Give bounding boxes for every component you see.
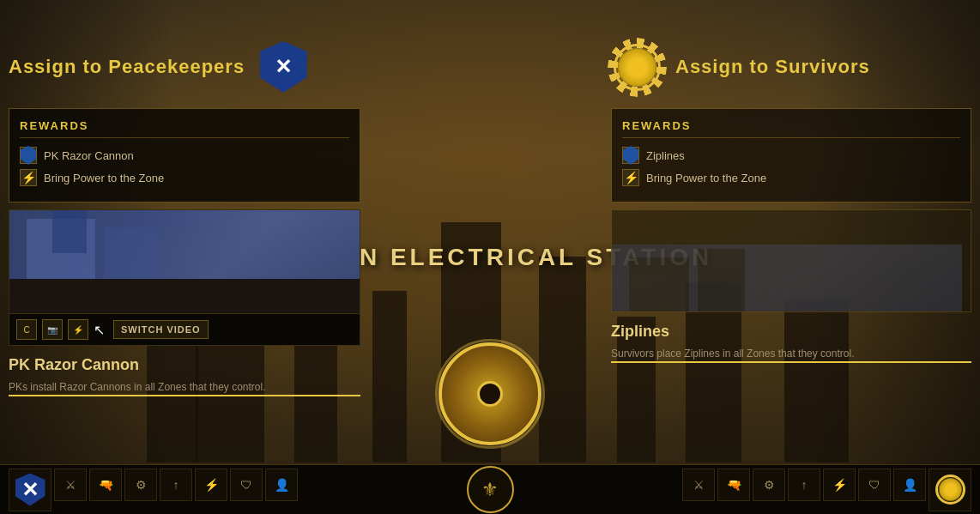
survivors-reward-icon-1 xyxy=(622,147,639,164)
center-emblem-icon: ⚜ xyxy=(481,479,499,501)
right-panel: Assign to Survivors REWARDS Ziplines ⚡ B… xyxy=(611,34,971,361)
survivors-rewards-title: REWARDS xyxy=(622,119,960,138)
device-outer-ring xyxy=(439,342,541,445)
pk-video-frame xyxy=(9,210,360,313)
bottom-icon-r2[interactable]: 🔫 xyxy=(717,469,750,501)
pk-video-controls: C 📷 ⚡ ↖ SWITCH VIDEO xyxy=(9,313,360,345)
bottom-left-icons: ⚔ 🔫 ⚙ ↑ ⚡ 🛡 👤 xyxy=(9,469,298,511)
pk-reward-name-2: Bring Power to the Zone xyxy=(44,172,164,184)
pk-reward-item-2[interactable]: ⚡ Bring Power to the Zone xyxy=(20,169,349,186)
survivors-item-name: Ziplines xyxy=(611,323,971,341)
pk-rewards-box: REWARDS PK Razor Cannon ⚡ Bring Power to… xyxy=(9,108,360,203)
bottom-icon-r7[interactable]: 👤 xyxy=(893,469,926,501)
bottom-survivors-icon[interactable] xyxy=(929,469,971,511)
bottom-survivors-sun-icon xyxy=(935,475,965,505)
cursor-icon: ↖ xyxy=(94,322,105,338)
shield-small-icon-2 xyxy=(623,146,638,165)
bottom-right-icons: ⚔ 🔫 ⚙ ↑ ⚡ 🛡 👤 xyxy=(682,469,971,511)
pk-video-preview: C 📷 ⚡ ↖ SWITCH VIDEO xyxy=(9,209,360,346)
pk-switch-video-button[interactable]: SWITCH VIDEO xyxy=(113,320,209,339)
bottom-icon-r1[interactable]: ⚔ xyxy=(682,469,715,501)
survivors-faction-header: Assign to Survivors xyxy=(611,34,971,100)
pk-reward-item-1[interactable]: PK Razor Cannon xyxy=(20,147,349,164)
bottom-icon-r6[interactable]: 🛡 xyxy=(858,469,891,501)
pk-reward-icon-1 xyxy=(20,147,37,164)
bottom-bar: ⚔ 🔫 ⚙ ↑ ⚡ 🛡 👤 ⚜ ⚔ 🔫 ⚙ ↑ ⚡ 🛡 👤 xyxy=(0,464,980,514)
lightning-icon: ⚡ xyxy=(21,171,36,184)
survivors-faction-icon xyxy=(611,41,662,93)
bottom-icon-7[interactable]: 👤 xyxy=(265,469,298,501)
survivors-rewards-box: REWARDS Ziplines ⚡ Bring Power to the Zo… xyxy=(611,108,971,203)
bottom-icon-r4[interactable]: ↑ xyxy=(788,469,820,501)
pk-reward-icon-2: ⚡ xyxy=(20,169,37,186)
pk-item-desc: PKs install Razor Cannons in all Zones t… xyxy=(9,379,360,395)
pk-rewards-title: REWARDS xyxy=(20,119,349,138)
bottom-icon-r5[interactable]: ⚡ xyxy=(823,469,856,501)
survivors-reward-item-1[interactable]: Ziplines xyxy=(622,147,960,164)
bottom-pk-shield-icon xyxy=(15,474,45,506)
video-btn-c[interactable]: C xyxy=(16,319,37,340)
bottom-icon-6[interactable]: 🛡 xyxy=(230,469,263,501)
survivors-reward-name-1: Ziplines xyxy=(646,149,685,162)
survivors-reward-name-2: Bring Power to the Zone xyxy=(646,172,766,184)
bottom-icon-3[interactable]: ⚙ xyxy=(124,469,157,501)
bottom-icon-r3[interactable]: ⚙ xyxy=(753,469,785,501)
pk-faction-header: Assign to Peacekeepers xyxy=(9,34,360,100)
survivors-video-frame xyxy=(611,245,962,312)
shield-small-icon xyxy=(21,146,36,165)
bottom-icon-1[interactable]: ⚔ xyxy=(54,469,87,501)
survivors-reward-icon-2: ⚡ xyxy=(622,169,639,186)
pk-faction-title[interactable]: Assign to Peacekeepers xyxy=(9,56,245,78)
survivors-highlight-line xyxy=(611,361,971,363)
left-panel: Assign to Peacekeepers REWARDS PK Razor … xyxy=(9,34,360,395)
bottom-icon-4[interactable]: ↑ xyxy=(160,469,192,501)
bottom-icon-2[interactable]: 🔫 xyxy=(89,469,122,501)
video-btn-bolt[interactable]: ⚡ xyxy=(68,319,88,340)
center-emblem[interactable]: ⚜ xyxy=(467,466,514,513)
pk-shield-icon xyxy=(260,41,307,93)
pk-switch-video-label: SWITCH VIDEO xyxy=(121,324,201,335)
survivors-sun-icon xyxy=(614,44,661,91)
lightning-icon-2: ⚡ xyxy=(624,171,638,184)
pk-reward-name-1: PK Razor Cannon xyxy=(44,149,134,162)
pk-faction-icon xyxy=(257,41,309,93)
pk-item-name: PK Razor Cannon xyxy=(9,356,360,374)
video-btn-camera[interactable]: 📷 xyxy=(42,319,63,340)
video-street xyxy=(9,279,360,313)
device-ring xyxy=(435,339,545,449)
bottom-pk-icon[interactable] xyxy=(9,469,51,511)
survivors-faction-title[interactable]: Assign to Survivors xyxy=(675,56,870,78)
bottom-icon-5[interactable]: ⚡ xyxy=(195,469,227,501)
survivors-item-desc: Survivors place Ziplines in all Zones th… xyxy=(611,346,971,361)
survivors-video-preview: C 📷 ⚡ SWITCH VIDEO xyxy=(611,209,971,312)
survivors-reward-item-2[interactable]: ⚡ Bring Power to the Zone xyxy=(622,169,960,186)
central-device xyxy=(439,342,541,445)
pk-highlight-line xyxy=(9,395,360,396)
bottom-center: ⚜ xyxy=(467,466,514,513)
